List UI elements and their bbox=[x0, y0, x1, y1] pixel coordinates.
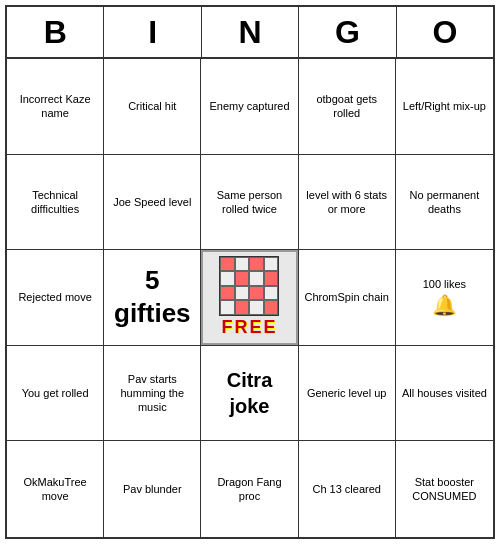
cell-n5[interactable]: Dragon Fang proc bbox=[201, 441, 298, 537]
mini-cell bbox=[220, 300, 235, 315]
header-o: O bbox=[397, 7, 493, 59]
mini-cell bbox=[235, 257, 250, 272]
header-i: I bbox=[104, 7, 201, 59]
mini-cell bbox=[235, 271, 250, 286]
header-b: B bbox=[7, 7, 104, 59]
cell-b1[interactable]: Incorrect Kaze name bbox=[7, 59, 104, 155]
cell-o4[interactable]: All houses visited bbox=[396, 346, 493, 442]
cell-n1[interactable]: Enemy captured bbox=[201, 59, 298, 155]
cell-i3[interactable]: 5 gifties bbox=[104, 250, 201, 346]
cell-g2[interactable]: level with 6 stats or more bbox=[299, 155, 396, 251]
mini-cell bbox=[220, 271, 235, 286]
free-space-visual: FREE bbox=[201, 250, 297, 345]
cell-g4[interactable]: Generic level up bbox=[299, 346, 396, 442]
header-g: G bbox=[299, 7, 396, 59]
cell-g1[interactable]: otbgoat gets rolled bbox=[299, 59, 396, 155]
cell-b2[interactable]: Technical difficulties bbox=[7, 155, 104, 251]
bingo-grid: Incorrect Kaze name Critical hit Enemy c… bbox=[7, 59, 493, 537]
bingo-card: B I N G O Incorrect Kaze name Critical h… bbox=[5, 5, 495, 539]
cell-b5[interactable]: OkMakuTree move bbox=[7, 441, 104, 537]
cell-n4[interactable]: Citra joke bbox=[201, 346, 298, 442]
mini-cell bbox=[264, 271, 279, 286]
free-label: FREE bbox=[221, 316, 277, 339]
mini-cell bbox=[235, 286, 250, 301]
cell-o1[interactable]: Left/Right mix-up bbox=[396, 59, 493, 155]
cell-i1[interactable]: Critical hit bbox=[104, 59, 201, 155]
bell-icon: 🔔 bbox=[423, 292, 466, 318]
header-n: N bbox=[202, 7, 299, 59]
mini-cell bbox=[249, 300, 264, 315]
mini-cell bbox=[249, 286, 264, 301]
mini-cell bbox=[249, 271, 264, 286]
cell-o2[interactable]: No permanent deaths bbox=[396, 155, 493, 251]
mini-cell bbox=[264, 300, 279, 315]
cell-i4[interactable]: Pav starts humming the music bbox=[104, 346, 201, 442]
cell-o3[interactable]: 100 likes🔔 bbox=[396, 250, 493, 346]
free-mini-grid bbox=[219, 256, 279, 316]
cell-i2[interactable]: Joe Speed level bbox=[104, 155, 201, 251]
cell-i5[interactable]: Pav blunder bbox=[104, 441, 201, 537]
mini-cell bbox=[220, 286, 235, 301]
mini-cell bbox=[249, 257, 264, 272]
cell-g5[interactable]: Ch 13 cleared bbox=[299, 441, 396, 537]
cell-n2[interactable]: Same person rolled twice bbox=[201, 155, 298, 251]
cell-b3[interactable]: Rejected move bbox=[7, 250, 104, 346]
mini-cell bbox=[220, 257, 235, 272]
cell-g3[interactable]: ChromSpin chain bbox=[299, 250, 396, 346]
bingo-header: B I N G O bbox=[7, 7, 493, 59]
cell-b4[interactable]: You get rolled bbox=[7, 346, 104, 442]
mini-cell bbox=[264, 257, 279, 272]
cell-n3-free[interactable]: FREE bbox=[201, 250, 298, 346]
mini-cell bbox=[235, 300, 250, 315]
mini-cell bbox=[264, 286, 279, 301]
cell-o5[interactable]: Stat booster CONSUMED bbox=[396, 441, 493, 537]
